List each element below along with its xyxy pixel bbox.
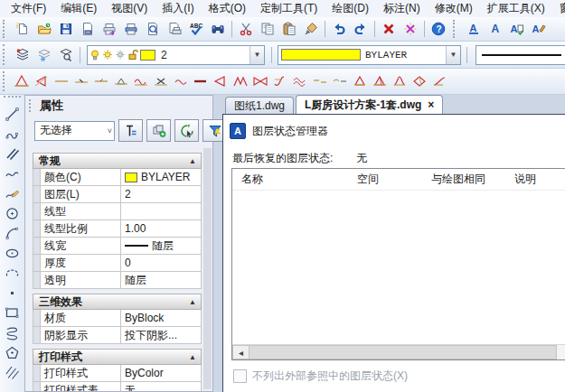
layer-select-combo[interactable]: 2 ▼	[87, 45, 265, 65]
line-tool-icon[interactable]	[2, 104, 23, 124]
sym-thick-dash-icon[interactable]	[191, 72, 211, 90]
add-selection-button[interactable]	[146, 119, 171, 142]
save-icon[interactable]	[55, 19, 77, 39]
point-tool-icon[interactable]	[2, 283, 23, 303]
coil-tool-icon[interactable]	[2, 322, 23, 342]
horizontal-scrollbar[interactable]: ◂	[232, 344, 565, 359]
print-preview-icon[interactable]	[164, 19, 185, 39]
property-value[interactable]: 无	[121, 382, 201, 391]
erase-x-icon[interactable]	[378, 19, 400, 39]
scroll-left-button[interactable]: ◂	[232, 345, 250, 359]
layers-icon[interactable]	[12, 45, 33, 65]
color-combo[interactable]: BYLAYER ▼	[278, 45, 461, 65]
preview-icon[interactable]	[142, 19, 164, 39]
curve-tool-icon[interactable]	[2, 163, 23, 183]
linetype-combo[interactable]: BYLAYER	[476, 45, 565, 65]
text-underline-icon[interactable]: A	[463, 19, 485, 39]
sym-wave-small-icon[interactable]	[171, 72, 191, 90]
xref-checkbox[interactable]	[233, 369, 247, 383]
sym-tri-a-icon[interactable]	[350, 72, 370, 90]
ellipse-arc-tool-icon[interactable]	[2, 263, 23, 283]
open-folder-icon[interactable]	[33, 19, 55, 39]
menu-item-2[interactable]: 编辑(E)	[53, 0, 104, 18]
collapse-arrow-icon[interactable]: ▲	[189, 298, 196, 306]
circle-tool-icon[interactable]	[2, 203, 23, 223]
sym-peak-icon[interactable]	[390, 72, 410, 90]
select-objects-button[interactable]	[174, 119, 199, 142]
copy-icon[interactable]	[257, 19, 278, 39]
sym-wave-icon[interactable]	[131, 72, 151, 90]
property-value[interactable]: BYLAYER	[121, 169, 201, 185]
sketch-tool-icon[interactable]	[2, 183, 23, 203]
sym-dash-icon[interactable]	[52, 72, 71, 90]
pickadd-toggle-button[interactable]	[118, 119, 143, 142]
sym-dash-dot-icon[interactable]	[71, 72, 91, 90]
section-header[interactable]: 打印样式▲	[33, 349, 202, 365]
palette-grip[interactable]	[29, 99, 35, 112]
text-plain-icon[interactable]: A	[485, 19, 506, 39]
new-file-icon[interactable]	[12, 19, 33, 39]
menu-item-6[interactable]: 定制工具(T)	[253, 0, 325, 18]
drawing-tab-1[interactable]: 图纸1.dwg	[225, 97, 294, 114]
section-header[interactable]: 三维效果▲	[33, 294, 202, 310]
layer-find-icon[interactable]	[55, 45, 77, 65]
menu-item-10[interactable]: 扩展工具(X)	[480, 0, 552, 18]
sym-dash2-icon[interactable]	[91, 72, 111, 90]
find-binoculars-icon[interactable]	[207, 19, 229, 39]
layer-states-table[interactable]: 名称空间与绘图相同说明 ◂	[231, 168, 565, 360]
menu-item-4[interactable]: 插入(I)	[155, 0, 201, 18]
properties-title-bar[interactable]: 属性	[25, 96, 212, 116]
match-brush-icon[interactable]	[300, 19, 322, 39]
menu-item-11[interactable]: 窗口	[552, 0, 565, 18]
menu-item-8[interactable]: 标注(N)	[376, 0, 428, 18]
sym-flag2-icon[interactable]	[211, 72, 231, 90]
sym-slope-icon[interactable]	[429, 72, 449, 90]
parallel-tool-icon[interactable]	[2, 144, 23, 163]
spell-check-icon[interactable]: ABC	[185, 19, 207, 39]
sym-wave2-icon[interactable]	[290, 72, 310, 90]
table-body[interactable]	[232, 191, 565, 344]
sym-tri-large-icon[interactable]	[12, 72, 32, 90]
rectangle-tool-icon[interactable]	[2, 303, 23, 322]
sym-cross-icon[interactable]	[151, 72, 171, 90]
menu-item-1[interactable]: 文件(F)	[4, 0, 53, 18]
paste-icon[interactable]	[278, 19, 300, 39]
collapse-arrow-icon[interactable]: ▲	[189, 157, 196, 165]
sym-tri-small-icon[interactable]	[111, 72, 131, 90]
text-spell-icon[interactable]: A	[506, 19, 528, 39]
column-header-1[interactable]: 名称	[232, 172, 348, 187]
chevron-down-icon[interactable]: ▼	[446, 46, 460, 64]
drawing-tab-2[interactable]: L厨房设计方案-1套.dwg×	[296, 95, 443, 114]
print-icon[interactable]	[120, 19, 142, 39]
sym-zigzag-icon[interactable]	[231, 72, 250, 90]
property-value[interactable]	[121, 203, 201, 219]
selection-combo[interactable]: 无选择 ˅	[34, 121, 115, 141]
purge-x-icon[interactable]	[400, 19, 421, 39]
layer-freeze-icon[interactable]	[33, 45, 55, 65]
sym-dash-pair-icon[interactable]	[310, 72, 330, 90]
ellipse-tool-icon[interactable]	[2, 243, 23, 263]
scrollbar-thumb[interactable]	[250, 345, 557, 359]
arc-tool-icon[interactable]	[2, 223, 23, 243]
export-acis-icon[interactable]	[77, 19, 99, 39]
property-value[interactable]: 0	[121, 255, 201, 271]
close-icon[interactable]: ×	[428, 98, 434, 111]
property-value[interactable]: 1.00	[121, 220, 201, 237]
column-header-3[interactable]: 与绘图相同	[422, 172, 505, 187]
property-value[interactable]: ByBlock	[121, 310, 201, 326]
chevron-down-icon[interactable]: ▼	[250, 46, 264, 64]
sym-tilde-icon[interactable]	[330, 72, 350, 90]
property-value[interactable]: 2	[121, 186, 201, 202]
column-header-4[interactable]: 说明	[505, 172, 565, 187]
help-icon[interactable]: ?	[428, 19, 449, 39]
cut-icon[interactable]	[235, 19, 257, 39]
property-value[interactable]: 随层	[121, 238, 201, 254]
property-value[interactable]: 投下阴影...	[121, 327, 201, 343]
collapse-arrow-icon[interactable]: ▲	[189, 353, 196, 361]
section-header[interactable]: 常规▲	[33, 153, 202, 169]
column-header-2[interactable]: 空间	[348, 172, 422, 187]
spline-tool-icon[interactable]	[2, 124, 23, 144]
property-value[interactable]: ByColor	[121, 365, 201, 381]
polygon-tool-icon[interactable]	[2, 342, 23, 362]
undo-icon[interactable]	[328, 19, 350, 39]
